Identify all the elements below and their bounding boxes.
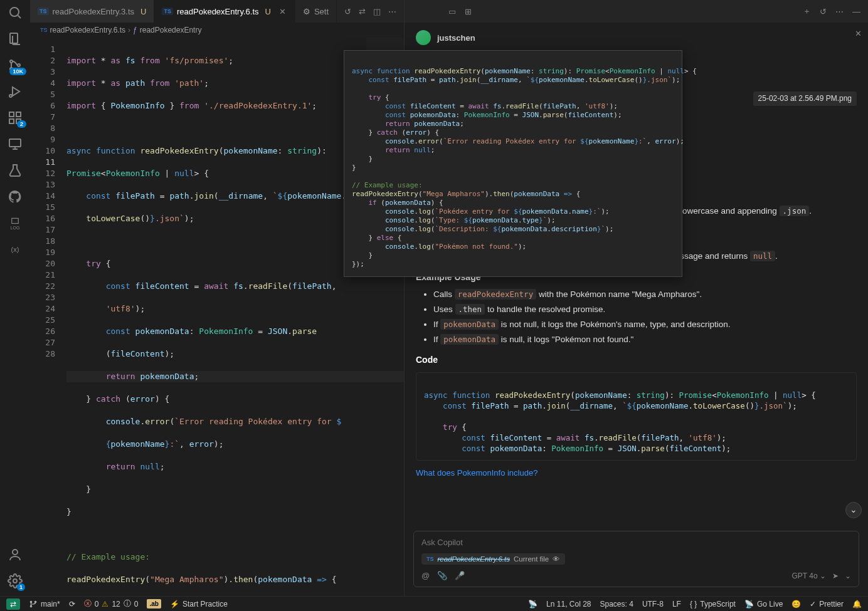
code-token: pokemonData — [440, 319, 499, 330]
add-icon[interactable]: ＋ — [803, 6, 811, 17]
extensions-icon[interactable]: 2 — [8, 110, 23, 125]
svg-rect-10 — [9, 139, 21, 147]
remote-button[interactable]: ⇄ — [6, 598, 20, 610]
svg-point-16 — [34, 601, 36, 602]
chat-input[interactable]: Ask Copilot TS readPokedexEntry.6.ts Cur… — [413, 531, 859, 587]
mic-icon[interactable]: 🎤 — [455, 571, 465, 580]
copilot-status-icon[interactable]: 😊 — [791, 600, 801, 608]
practice-button[interactable]: ⚡ Start Practice — [170, 600, 228, 608]
tab-settings[interactable]: ⚙ Sett — [295, 0, 337, 23]
status-bar: ⇄ main* ⟳ ⓧ0 ⚠12 ⓘ0 .ab ⚡ Start Practice… — [0, 596, 868, 611]
activity-bar: 10K 2 LOG (x) 1 — [0, 0, 30, 596]
username: justschen — [437, 33, 475, 43]
ts-icon: TS — [162, 8, 173, 15]
svg-point-12 — [13, 550, 18, 555]
breadcrumb[interactable]: TS readPokedexEntry.6.ts › ƒ readPokedex… — [30, 23, 404, 38]
tab-file-2[interactable]: TS readPokedexEntry.6.ts U ✕ — [154, 0, 295, 23]
hover-preview-popup: async function readPokedexEntry(pokemonN… — [344, 50, 682, 277]
avatar — [416, 30, 431, 45]
tab-bar: TS readPokedexEntry.3.ts U TS readPokede… — [30, 0, 404, 23]
account-icon[interactable] — [8, 547, 23, 562]
split-icon[interactable]: ◫ — [373, 7, 381, 16]
breadcrumb-file[interactable]: readPokedexEntry.6.ts — [50, 26, 126, 34]
settings-sliders-icon: ⚙ — [303, 7, 310, 16]
svg-rect-8 — [9, 119, 14, 123]
tab-file-1[interactable]: TS readPokedexEntry.3.ts U — [30, 0, 154, 23]
svg-rect-6 — [9, 112, 14, 117]
svg-rect-7 — [16, 112, 21, 117]
modified-indicator: U — [265, 7, 271, 16]
close-icon[interactable]: ✕ — [855, 29, 862, 38]
code-token: .then — [455, 304, 485, 315]
variables-icon[interactable]: (x) — [8, 242, 23, 257]
more-icon[interactable]: ⋯ — [388, 7, 396, 16]
chat-user-row: justschen — [416, 30, 857, 45]
mention-icon[interactable]: @ — [421, 571, 430, 580]
svg-point-14 — [30, 601, 31, 602]
prettier-status[interactable]: ✓ Prettier — [810, 600, 844, 608]
history-icon[interactable]: ↺ — [344, 7, 351, 16]
ts-icon: TS — [38, 8, 49, 15]
settings-gear-icon[interactable]: 1 — [8, 573, 23, 588]
ts-icon: TS — [426, 556, 434, 562]
code-token: pokemonData — [440, 334, 499, 345]
search-icon[interactable] — [8, 5, 23, 20]
encoding[interactable]: UTF-8 — [642, 600, 664, 608]
attach-icon[interactable]: 📎 — [437, 571, 447, 580]
close-icon[interactable]: ✕ — [278, 7, 287, 16]
section-heading: Code — [416, 353, 857, 367]
sync-icon[interactable]: ⟳ — [69, 600, 75, 608]
followup-suggestion[interactable]: What does PokemonInfo include? — [416, 467, 857, 479]
new-chat-icon[interactable]: ⊞ — [465, 7, 472, 16]
breadcrumb-symbol[interactable]: readPokedexEntry — [140, 26, 202, 34]
context-chip[interactable]: TS readPokedexEntry.6.ts Current file 👁 — [421, 553, 565, 565]
tab-label: Sett — [314, 7, 329, 16]
eye-off-icon[interactable]: 👁 — [553, 555, 560, 563]
code-token: .json — [780, 206, 810, 216]
scm-badge: 10K — [9, 68, 26, 75]
broadcast-icon[interactable]: 📡 — [528, 600, 537, 608]
chat-toggle-icon[interactable]: ▭ — [448, 7, 456, 16]
problems-indicator[interactable]: ⓧ0 ⚠12 ⓘ0 — [84, 598, 139, 609]
branch-indicator[interactable]: main* — [29, 600, 60, 608]
cursor-position[interactable]: Ln 11, Col 28 — [546, 600, 591, 608]
ext-badge: 2 — [17, 120, 26, 128]
modified-indicator: U — [140, 7, 146, 16]
eol[interactable]: LF — [672, 600, 681, 608]
chat-toolbar: ▭ ⊞ ＋ ↺ ⋯ — — [405, 0, 868, 23]
code-token: null — [750, 251, 775, 261]
scroll-down-button[interactable]: ⌄ — [845, 502, 862, 518]
output-log-icon[interactable]: LOG — [8, 216, 23, 231]
ts-icon: TS — [40, 27, 48, 33]
regex-indicator[interactable]: .ab — [147, 599, 161, 608]
model-selector[interactable]: GPT 4o ⌄ — [792, 572, 826, 580]
indentation[interactable]: Spaces: 4 — [600, 600, 633, 608]
svg-point-5 — [9, 95, 12, 97]
notifications-icon[interactable]: 🔔 — [852, 600, 862, 608]
debug-icon[interactable] — [8, 84, 23, 99]
chevron-right-icon: › — [128, 26, 130, 34]
tab-label: readPokedexEntry.3.ts — [53, 7, 135, 16]
editor-pane: TS readPokedexEntry.3.ts U TS readPokede… — [30, 0, 404, 596]
send-dropdown-icon[interactable]: ⌄ — [845, 572, 851, 580]
line-gutter: 1234 5678 9101112 13141516 17181920 2122… — [30, 38, 66, 596]
remote-explorer-icon[interactable] — [8, 137, 23, 152]
scm-icon[interactable]: 10K — [8, 58, 23, 73]
svg-point-15 — [30, 605, 31, 607]
go-live[interactable]: 📡 Go Live — [744, 600, 783, 608]
context-label: Current file — [514, 555, 549, 563]
testing-icon[interactable] — [8, 163, 23, 178]
explorer-icon[interactable] — [8, 31, 23, 46]
chat-more-icon[interactable]: ⋯ — [835, 7, 844, 16]
compare-icon[interactable]: ⇄ — [359, 7, 366, 16]
svg-point-0 — [10, 8, 19, 16]
language-mode[interactable]: { } TypeScript — [690, 600, 736, 608]
github-icon[interactable] — [8, 189, 23, 204]
send-icon[interactable]: ➤ — [832, 572, 839, 580]
chat-hide-icon[interactable]: — — [852, 7, 860, 16]
svg-point-4 — [18, 64, 20, 66]
chat-history-icon[interactable]: ↺ — [820, 7, 827, 16]
svg-point-2 — [10, 60, 13, 63]
code-block[interactable]: async function readPokedexEntry(pokemonN… — [416, 372, 857, 461]
file-reference[interactable]: 25-02-03 at 2.56.49 PM.png — [753, 91, 857, 106]
